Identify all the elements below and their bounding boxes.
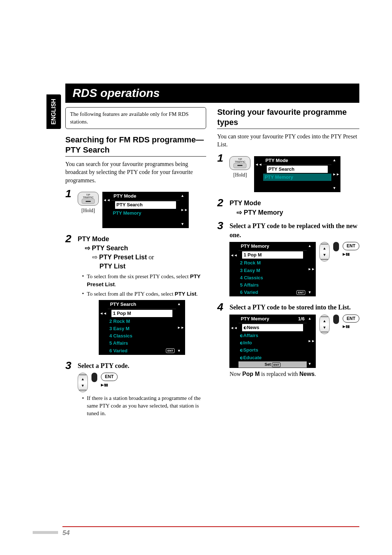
right-column: Storing your favourite programme types Y… <box>217 107 359 422</box>
step-number: 2 <box>217 197 226 208</box>
thumb-icon <box>333 315 339 324</box>
step-4-right: 4 Select a PTY code to be stored into th… <box>217 301 359 382</box>
step-instruction: Select a PTY code. <box>78 361 206 370</box>
section-heading-storing: Storing your favourite programme types <box>217 107 359 129</box>
two-column-layout: The following features are available onl… <box>65 107 359 422</box>
pty-memory-store-screen: ◄◄ PTY Memory1/6 ◐ News ◐ Affairs ◐ Info… <box>229 315 316 368</box>
pty-mode-screen: ◄◄ PTY Mode PTY Search PTY Memory ▲►►▼ <box>254 156 340 193</box>
bullet-item: To select from all the PTY codes, select… <box>82 290 206 298</box>
result-text: Now Pop M is replaced with News. <box>229 370 359 378</box>
step-number: 2 <box>65 233 74 244</box>
hold-label: [Hold] <box>78 207 99 214</box>
play-pause-icon: ▶/▮▮ <box>343 324 350 329</box>
step-2-left: 2 PTY Mode ⇨PTY Search ⇨PTY Preset List … <box>65 233 206 357</box>
note-box: The following features are available onl… <box>65 107 206 129</box>
rocker-control-icon: ▲▼ <box>78 373 88 392</box>
step-number: 4 <box>217 301 226 312</box>
page-number: 54 <box>62 529 70 536</box>
left-column: The following features are available onl… <box>65 107 206 422</box>
section-heading-pty-search: Searching for FM RDS programme—PTY Searc… <box>65 135 206 157</box>
step-number: 1 <box>65 188 74 199</box>
ent-button-icon: ENT <box>101 373 118 381</box>
pty-memory-screen: ◄◄ PTY Memory 1 Pop M 2 Rock M 3 Easy M … <box>229 242 316 296</box>
thumb-icon <box>333 242 339 251</box>
menu-path: PTY Mode <box>229 199 359 208</box>
arrow-right-icon: ⇨ <box>92 253 98 262</box>
pty-mode-screen: ◄◄ PTY Mode PTY Search PTY Memory ▲►►▼ <box>102 192 189 228</box>
step-number: 3 <box>217 220 226 231</box>
step-3-right: 3 Select a PTY code to be replaced with … <box>217 220 359 299</box>
step-instruction: Select a PTY code to be stored into the … <box>229 303 359 312</box>
step-2-right: 2 PTY Mode ⇨PTY Memory <box>217 197 359 217</box>
ent-icon: ENT <box>297 290 305 295</box>
ent-button-icon: ENT <box>343 315 359 323</box>
thumb-ent-icon <box>91 373 97 382</box>
pty-search-list-screen: ◄◄ PTY Search 1 Pop M 2 Rock M 3 Easy M … <box>99 300 185 355</box>
step-3-left: 3 Select a PTY code. ▲▼ ENT ▶/▮▮ <box>65 360 206 419</box>
page-title: RDS operations <box>65 84 359 103</box>
menu-path: PTY Mode <box>78 235 206 244</box>
tp-button-figure: T/P TRAFFIC [Hold] <box>229 156 250 179</box>
step-number: 1 <box>217 153 226 163</box>
arrow-right-icon: ⇨ <box>237 208 242 217</box>
step-instruction: Select a PTY code to be replaced with th… <box>229 222 359 240</box>
rocker-control-icon: ▲▼ <box>319 315 330 334</box>
play-pause-icon: ▶/▮▮ <box>101 382 108 388</box>
intro-text: You can store your favourite PTY codes i… <box>217 133 359 149</box>
bullet-item: To select from the six preset PTY codes,… <box>82 272 206 288</box>
footer-decoration <box>33 531 58 534</box>
step-number: 3 <box>65 360 74 371</box>
rocker-control-icon: ▲▼ <box>319 242 330 262</box>
manual-page: ENGLISH RDS operations The following fea… <box>0 0 392 555</box>
tp-button-figure: T/P TRAFFIC [Hold] <box>78 192 99 214</box>
step-1-right: 1 T/P TRAFFIC [Hold] ◄◄ <box>217 153 359 195</box>
arrow-right-icon: ⇨ <box>85 244 90 253</box>
language-tab: ENGLISH <box>46 94 61 129</box>
ent-icon: ENT <box>166 348 175 353</box>
hold-label: [Hold] <box>229 171 250 179</box>
play-pause-icon: ▶/▮▮ <box>343 252 350 257</box>
step-1-left: 1 T/P TRAFFIC [Hold] ◄◄ <box>65 188 206 230</box>
bullet-item: If there is a station broadcasting a pro… <box>82 394 206 417</box>
ent-button-icon: ENT <box>343 242 359 250</box>
page-footer: 54 <box>62 526 359 537</box>
intro-text: You can search for your favourite progra… <box>65 160 206 185</box>
